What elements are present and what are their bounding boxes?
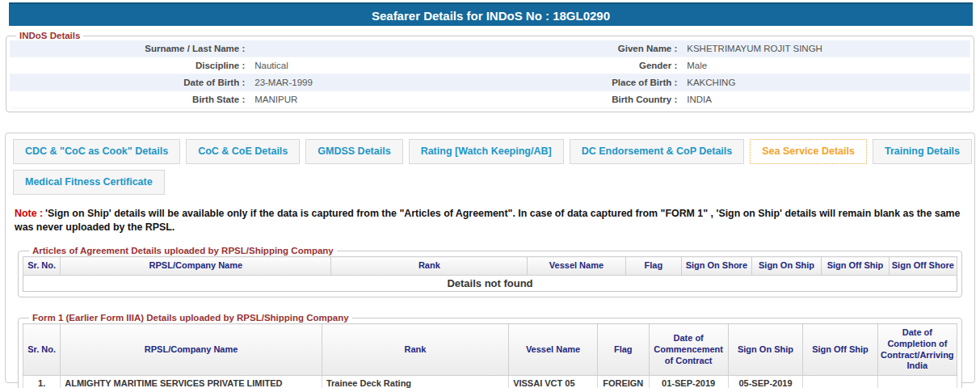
articles-of-agreement-section: Articles of Agreement Details uploaded b… [18,246,962,297]
field-value: KAKCHING [682,74,970,91]
field-label: Place of Birth : [499,74,682,91]
field-value [250,40,499,57]
details-not-found-message: Details not found [23,276,957,292]
tab-cdc-coc-as-cook-details[interactable]: CDC & "CoC as Cook" Details [13,139,180,164]
indos-details-table: Surname / Last Name : Given Name : KSHET… [10,40,970,108]
cell-sr-no: 1. [23,376,61,388]
tab-bar-row1: CDC & "CoC as Cook" Details CoC & CoE De… [13,139,967,164]
column-header: Sign Off Ship [803,324,877,376]
field-label: Surname / Last Name : [10,40,250,57]
column-header: Vessel Name [528,257,625,276]
column-header: Flag [597,324,649,376]
cell-date-commencement: 01-SEP-2019 [649,376,728,388]
field-value: KSHETRIMAYUM ROJIT SINGH [682,40,970,57]
column-header: Rank [322,324,508,376]
tab-gmdss-details[interactable]: GMDSS Details [305,139,402,164]
field-label: Birth Country : [499,91,682,108]
tab-medical-fitness-certificate[interactable]: Medical Fitness Certificate [13,170,165,195]
field-value: INDIA [682,91,970,108]
field-value: MANIPUR [250,91,499,108]
field-value: Male [682,57,970,74]
indos-row: Surname / Last Name : Given Name : KSHET… [10,40,970,57]
cell-date-completion [877,376,957,388]
cell-sign-off-ship [803,376,877,388]
tab-sea-service-details[interactable]: Sea Service Details [750,139,867,164]
field-label: Given Name : [499,40,682,57]
column-header: Sign Off Ship [822,257,889,276]
articles-table: Sr. No. RPSL/Company Name Rank Vessel Na… [23,256,957,292]
cell-sign-on-ship: 05-SEP-2019 [728,376,802,388]
column-header: Flag [625,257,681,276]
column-header: Sr. No. [23,324,61,376]
column-header: Sign On Ship [728,324,802,376]
page-title: Seafarer Details for INDoS No : 18GL0290 [9,2,973,26]
indos-details-section: INDoS Details Surname / Last Name : Give… [6,31,974,112]
table-row: Details not found [23,276,957,292]
column-header: Date of Commencement of Contract [649,324,728,376]
cell-rank: Trainee Deck Rating [322,376,508,388]
tab-dc-endorsement-cop-details[interactable]: DC Endorsement & CoP Details [570,139,745,164]
column-header: Date of Completion of Contract/Arriving … [877,324,957,376]
field-label: Discipline : [10,57,250,74]
articles-header-row: Sr. No. RPSL/Company Name Rank Vessel Na… [23,257,957,276]
field-label: Gender : [499,57,682,74]
column-header: Vessel Name [509,324,598,376]
note-body: 'Sign on Ship' details will be available… [15,208,960,233]
column-header: Sign On Ship [751,257,822,276]
form1-header-row: Sr. No. RPSL/Company Name Rank Vessel Na… [23,324,957,376]
note-label: Note : [15,208,45,219]
page: Seafarer Details for INDoS No : 18GL0290… [0,2,980,383]
tab-content-panel: CDC & "CoC as Cook" Details CoC & CoE De… [5,133,975,383]
tab-bar-row2: Medical Fitness Certificate [13,170,967,195]
field-label: Birth State : [10,91,250,108]
field-label: Date of Birth : [10,74,250,91]
articles-legend: Articles of Agreement Details uploaded b… [29,246,337,255]
column-header: RPSL/Company Name [61,257,331,276]
column-header: Rank [331,257,528,276]
column-header: Sign On Shore [681,257,751,276]
tab-training-details[interactable]: Training Details [873,139,972,164]
form1-section: Form 1 (Earlier Form IIIA) Details uploa… [18,313,962,388]
indos-details-legend: INDoS Details [16,31,83,40]
cell-flag: FOREIGN [597,376,649,388]
indos-row: Discipline : Nautical Gender : Male [10,57,970,74]
column-header: RPSL/Company Name [61,324,322,376]
column-header: Sign Off Shore [889,257,957,276]
form1-table: Sr. No. RPSL/Company Name Rank Vessel Na… [23,323,957,388]
tab-rating-watch-keeping-ab[interactable]: Rating [Watch Keeping/AB] [409,139,564,164]
note-text: Note :'Sign on Ship' details will be ava… [15,207,965,234]
field-value: Nautical [250,57,499,74]
indos-row: Date of Birth : 23-MAR-1999 Place of Bir… [10,74,970,91]
field-value: 23-MAR-1999 [250,74,499,91]
table-row: 1. ALMIGHTY MARITIME SERVICES PRIVATE LI… [23,376,957,388]
cell-vessel-name: VISSAI VCT 05 [509,376,598,388]
cell-rpsl-company-name: ALMIGHTY MARITIME SERVICES PRIVATE LIMIT… [61,376,322,388]
indos-row: Birth State : MANIPUR Birth Country : IN… [10,91,970,108]
form1-legend: Form 1 (Earlier Form IIIA) Details uploa… [29,313,352,323]
tab-coc-coe-details[interactable]: CoC & CoE Details [186,139,300,164]
column-header: Sr. No. [23,257,61,276]
